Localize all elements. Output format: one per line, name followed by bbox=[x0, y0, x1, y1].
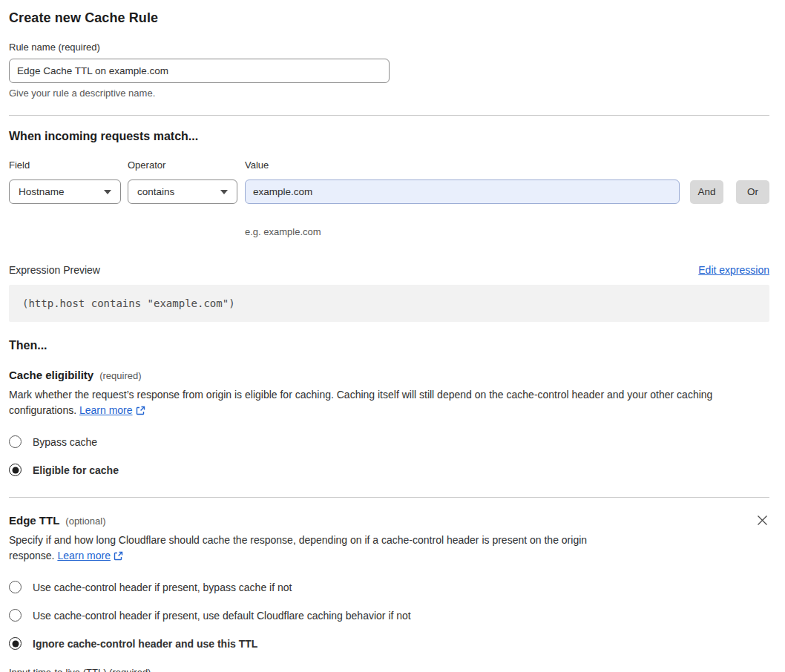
divider bbox=[9, 115, 769, 116]
radio-eligible-for-cache[interactable]: Eligible for cache bbox=[9, 464, 769, 476]
and-button[interactable]: And bbox=[690, 180, 723, 204]
radio-icon bbox=[9, 435, 22, 448]
field-label: Field bbox=[9, 159, 128, 171]
expression-preview-code: (http.host contains "example.com") bbox=[9, 285, 769, 322]
rule-name-section: Rule name (required) Give your rule a de… bbox=[9, 42, 769, 99]
caret-down-icon bbox=[220, 190, 228, 194]
match-controls-row: Hostname contains And Or bbox=[9, 179, 769, 204]
radio-icon bbox=[9, 637, 22, 650]
field-select[interactable]: Hostname bbox=[9, 179, 121, 204]
expression-preview-row: Expression Preview Edit expression bbox=[9, 264, 769, 276]
radio-bypass-cache[interactable]: Bypass cache bbox=[9, 435, 769, 448]
divider bbox=[9, 497, 769, 498]
value-input[interactable] bbox=[245, 179, 680, 204]
match-labels-row: Field Operator Value bbox=[9, 159, 769, 177]
edge-ttl-options: Use cache-control header if present, byp… bbox=[9, 581, 769, 650]
external-link-icon bbox=[136, 404, 145, 420]
edit-expression-link[interactable]: Edit expression bbox=[698, 264, 769, 276]
cache-eligibility-badge: (required) bbox=[99, 370, 141, 381]
page-title: Create new Cache Rule bbox=[9, 10, 769, 26]
cache-eligibility-description: Mark whether the request’s response from… bbox=[9, 387, 769, 420]
radio-use-header-default[interactable]: Use cache-control header if present, use… bbox=[9, 609, 769, 622]
match-heading: When incoming requests match... bbox=[9, 130, 769, 143]
value-help: e.g. example.com bbox=[245, 226, 321, 237]
rule-name-input[interactable] bbox=[9, 59, 390, 83]
radio-icon bbox=[9, 609, 22, 622]
operator-select-value: contains bbox=[137, 186, 174, 197]
cache-eligibility-section: Cache eligibility (required) Mark whethe… bbox=[9, 369, 769, 476]
operator-select[interactable]: contains bbox=[128, 179, 237, 204]
cache-eligibility-title: Cache eligibility bbox=[9, 369, 93, 381]
then-heading: Then... bbox=[9, 339, 769, 352]
expression-text: (http.host contains "example.com") bbox=[22, 297, 235, 309]
value-help-row: e.g. example.com bbox=[9, 220, 769, 237]
caret-down-icon bbox=[104, 190, 111, 194]
rule-name-help: Give your rule a descriptive name. bbox=[9, 88, 769, 99]
learn-more-link[interactable]: Learn more bbox=[79, 404, 133, 416]
ttl-label: Input time-to-live (TTL) (required) bbox=[9, 667, 769, 672]
operator-label: Operator bbox=[128, 159, 245, 171]
rule-name-label: Rule name (required) bbox=[9, 42, 769, 53]
edge-ttl-section: Edge TTL (optional) Specify if and how l… bbox=[9, 514, 769, 672]
edge-ttl-title-row: Edge TTL (optional) bbox=[9, 514, 769, 527]
radio-icon bbox=[9, 464, 22, 476]
close-icon[interactable] bbox=[755, 514, 769, 529]
edge-ttl-description: Specify if and how long Cloudflare shoul… bbox=[9, 533, 632, 565]
cache-eligibility-options: Bypass cache Eligible for cache bbox=[9, 435, 769, 476]
radio-icon bbox=[9, 581, 22, 593]
cache-eligibility-title-row: Cache eligibility (required) bbox=[9, 369, 769, 381]
radio-ignore-header-ttl[interactable]: Ignore cache-control header and use this… bbox=[9, 637, 769, 650]
ttl-input-section: Input time-to-live (TTL) (required) bbox=[9, 667, 769, 672]
value-label: Value bbox=[245, 159, 269, 171]
edge-ttl-badge: (optional) bbox=[65, 515, 105, 527]
external-link-icon bbox=[114, 550, 123, 565]
edge-ttl-title: Edge TTL bbox=[9, 514, 59, 527]
expression-preview-label: Expression Preview bbox=[9, 264, 100, 276]
create-cache-rule-form: Create new Cache Rule Rule name (require… bbox=[9, 0, 769, 672]
value-col bbox=[245, 179, 680, 204]
radio-use-header-bypass[interactable]: Use cache-control header if present, byp… bbox=[9, 581, 769, 593]
or-button[interactable]: Or bbox=[736, 180, 769, 204]
learn-more-link[interactable]: Learn more bbox=[57, 550, 111, 561]
field-select-value: Hostname bbox=[19, 186, 65, 197]
